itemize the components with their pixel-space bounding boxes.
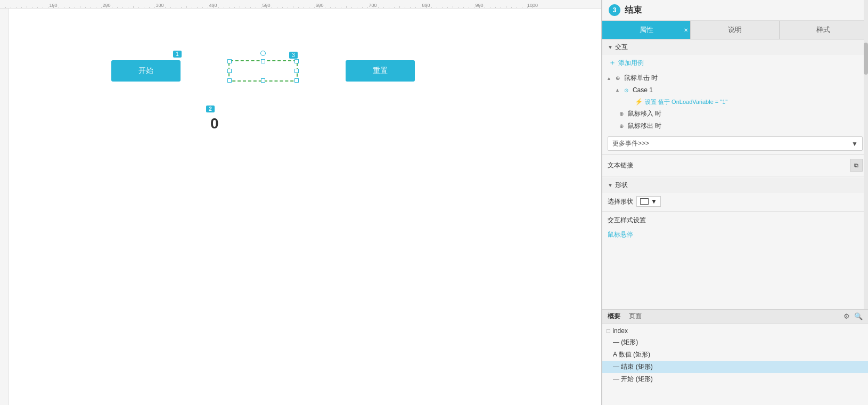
outline-item-rect1[interactable]: — (矩形) <box>602 336 868 349</box>
panel-body: ▼ 交互 ＋ 添加用例 ▲ ⊕ 鼠标单击 时 ▲ ⊙ <box>602 39 868 309</box>
tab-properties[interactable]: 属性 ✕ <box>602 21 691 39</box>
handle-bl-end_btn[interactable] <box>227 78 232 83</box>
ruler-top: 1002003004005006007008009001000 <box>0 0 601 9</box>
bottom-panel-icons: ⚙ 🔍 <box>844 312 863 320</box>
handle-ml-end_btn[interactable] <box>227 69 232 73</box>
btn-inner-end_btn: 结束3 <box>228 60 298 82</box>
mouse-enter-icon: ⊕ <box>617 110 626 118</box>
outline-item-start_rect[interactable]: — 开始 (矩形) <box>602 373 868 385</box>
canvas-area[interactable]: 1002003004005006007008009001000 开始1结束3重置… <box>0 0 602 405</box>
header-number: 3 <box>609 4 620 16</box>
tab-outline[interactable]: 概要 <box>608 312 620 321</box>
btn-inner-start_btn: 开始1 <box>111 60 181 82</box>
outline-item-end_rect[interactable]: — 结束 (矩形) <box>602 361 868 373</box>
widget-number_widget[interactable]: 20 <box>210 115 219 132</box>
dropdown-arrow-icon: ▼ <box>851 140 858 148</box>
interaction-style-row: 交互样式设置 <box>602 213 868 228</box>
interaction-label: 交互 <box>615 43 628 52</box>
outline-label-num_rect: A 数值 (矩形) <box>613 350 650 359</box>
handle-tr-end_btn[interactable] <box>294 59 299 63</box>
dropdown-arrow-shape-icon: ▼ <box>651 198 657 205</box>
shape-section-label: 形状 <box>615 181 628 190</box>
outline-item-index_page[interactable]: □index <box>602 326 868 336</box>
widget-reset_btn[interactable]: 重置 <box>346 60 415 82</box>
shape-row: 选择形状 ▼ <box>602 193 868 210</box>
right-panel: 3 结束 属性 ✕ 说明 样式 ▼ 交互 ＋ <box>602 0 868 405</box>
tab-close-icon[interactable]: ✕ <box>684 27 688 33</box>
panel-header: 3 结束 <box>602 0 868 21</box>
add-usecase-btn[interactable]: ＋ 添加用例 <box>602 55 868 71</box>
mouse-click-icon: ⊕ <box>613 74 622 83</box>
search-icon[interactable]: 🔍 <box>854 312 863 320</box>
bottom-panel-tabs: 概要 页面 <box>608 312 642 321</box>
more-events-dropdown[interactable]: 更多事件>>> ▼ <box>608 136 863 151</box>
event-tree: ▲ ⊕ 鼠标单击 时 ▲ ⊙ Case 1 ⚡ 设置 值于 OnLoadVari… <box>602 71 868 133</box>
number-text-number_widget: 0 <box>210 115 219 132</box>
interaction-section-header[interactable]: ▼ 交互 <box>602 39 868 55</box>
outline-label-start_rect: — 开始 (矩形) <box>613 375 653 384</box>
case1-item[interactable]: ▲ ⊙ Case 1 <box>602 84 868 96</box>
mouse-leave-icon: ⊕ <box>617 122 626 131</box>
badge-number_widget: 2 <box>206 106 215 112</box>
event-mouse-enter[interactable]: ⊕ 鼠标移入 时 <box>602 108 868 120</box>
text-link-button[interactable]: ⧉ <box>850 159 863 172</box>
tab-page[interactable]: 页面 <box>629 312 642 321</box>
divider2 <box>602 176 868 176</box>
handle-bm-end_btn[interactable] <box>261 78 265 83</box>
interaction-style-label: 交互样式设置 <box>608 216 646 224</box>
plus-icon: ＋ <box>609 58 616 68</box>
hover-label: 鼠标悬停 <box>608 231 633 238</box>
outline-item-num_rect[interactable]: A 数值 (矩形) <box>602 349 868 361</box>
divider1 <box>602 154 868 155</box>
tab-style[interactable]: 样式 <box>780 21 868 39</box>
collapse-icon: ▼ <box>608 44 613 50</box>
case-icon: ⊙ <box>622 86 630 94</box>
tab-description[interactable]: 说明 <box>691 21 779 39</box>
ruler-left <box>0 9 9 405</box>
handle-mr-end_btn[interactable] <box>294 69 299 73</box>
outline-label-rect1: — (矩形) <box>613 338 638 347</box>
shape-collapse-icon: ▼ <box>608 182 613 188</box>
panel-tabs: 属性 ✕ 说明 样式 <box>602 21 868 39</box>
badge-end_btn: 3 <box>289 52 298 59</box>
bottom-panel-header: 概要 页面 ⚙ 🔍 <box>602 310 868 323</box>
add-usecase-label: 添加用例 <box>618 59 644 68</box>
shape-section-header[interactable]: ▼ 形状 <box>602 177 868 193</box>
event-mouse-click[interactable]: ▲ ⊕ 鼠标单击 时 <box>602 72 868 84</box>
case-collapse-icon: ▲ <box>615 87 620 93</box>
handle-br-end_btn[interactable] <box>294 78 299 83</box>
link-icon: ⧉ <box>854 162 858 169</box>
btn-inner-reset_btn: 重置 <box>346 60 415 82</box>
collapse-arrow-icon: ▲ <box>607 76 611 81</box>
handle-tm-end_btn[interactable] <box>261 59 265 63</box>
outline-label-index_page: index <box>612 327 628 335</box>
more-events-label: 更多事件>>> <box>612 139 649 148</box>
rotate-handle-end_btn[interactable] <box>260 51 266 56</box>
outline-tree: □index— (矩形)A 数值 (矩形)— 结束 (矩形)— 开始 (矩形) <box>602 323 868 405</box>
canvas-content[interactable]: 开始1结束3重置20 <box>9 9 601 405</box>
text-link-label: 文本链接 <box>608 161 633 170</box>
action-label: 设置 值于 OnLoadVariable = "1" <box>645 98 727 106</box>
event-label-enter: 鼠标移入 时 <box>628 109 661 118</box>
widget-start_btn[interactable]: 开始1 <box>111 60 181 82</box>
select-shape-label: 选择形状 <box>608 197 633 206</box>
case1-label: Case 1 <box>633 86 653 94</box>
action-item[interactable]: ⚡ 设置 值于 OnLoadVariable = "1" <box>602 96 868 108</box>
shape-select-dropdown[interactable]: ▼ <box>636 196 661 207</box>
outline-label-end_rect: — 结束 (矩形) <box>613 362 653 371</box>
right-panel-scrollbar[interactable] <box>864 0 868 309</box>
bottom-panel: 概要 页面 ⚙ 🔍 □index— (矩形)A 数值 (矩形)— 结束 (矩形)… <box>602 309 868 405</box>
handle-tl-end_btn[interactable] <box>227 59 232 63</box>
filter-icon[interactable]: ⚙ <box>844 312 850 320</box>
header-title: 结束 <box>625 5 642 16</box>
scrollbar-thumb[interactable] <box>864 43 868 75</box>
event-label-leave: 鼠标移出 时 <box>628 122 661 131</box>
widget-end_btn[interactable]: 结束3 <box>228 60 298 82</box>
shape-preview-icon <box>640 198 649 205</box>
interaction-style-content[interactable]: 鼠标悬停 <box>602 228 868 241</box>
lightning-icon: ⚡ <box>634 98 643 106</box>
divider3 <box>602 211 868 212</box>
badge-start_btn: 1 <box>173 51 182 58</box>
event-mouse-leave[interactable]: ⊕ 鼠标移出 时 <box>602 120 868 132</box>
page-icon: □ <box>607 327 610 335</box>
